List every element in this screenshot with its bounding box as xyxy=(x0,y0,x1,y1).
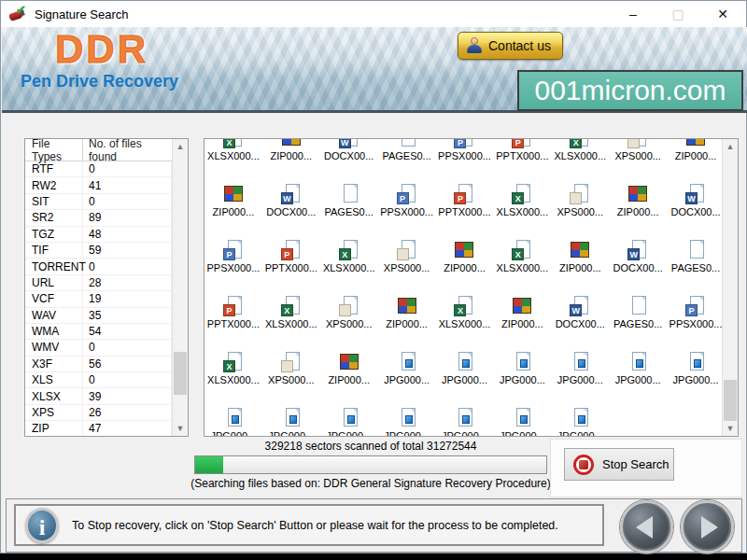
file-item[interactable]: JPG000... xyxy=(378,391,436,436)
scroll-down-icon[interactable]: ▼ xyxy=(173,421,188,436)
table-row[interactable]: RTF0 xyxy=(25,161,172,177)
file-item[interactable]: PPTX000... xyxy=(436,167,494,223)
file-item[interactable]: PAGES0... xyxy=(609,279,667,335)
file-item[interactable]: JPG000... xyxy=(551,335,609,391)
pptx-file-icon xyxy=(453,184,475,204)
back-button[interactable] xyxy=(620,500,673,553)
file-item[interactable]: XLSX000... xyxy=(551,139,609,167)
file-item[interactable]: PPTX000... xyxy=(493,139,551,167)
files-found-cell: 48 xyxy=(83,227,172,242)
file-item[interactable]: XLSX000... xyxy=(493,223,551,279)
scrollbar-thumb[interactable] xyxy=(724,380,737,421)
file-item[interactable]: XPS000... xyxy=(378,223,436,279)
file-item[interactable]: ZIP000... xyxy=(609,167,667,223)
file-item[interactable]: JPG000... xyxy=(378,335,436,391)
scroll-up-icon[interactable]: ▲ xyxy=(173,139,188,154)
file-item[interactable]: ZIP000... xyxy=(320,335,378,391)
file-item[interactable]: PPSX000... xyxy=(667,279,722,335)
file-item[interactable]: XPS000... xyxy=(320,279,378,335)
file-item[interactable]: JPG000... xyxy=(551,391,609,436)
table-row[interactable]: WMV0 xyxy=(25,340,172,356)
file-item[interactable]: JPG000... xyxy=(493,335,551,391)
file-item[interactable]: DOCX00... xyxy=(609,223,667,279)
zip-file-icon xyxy=(222,184,245,204)
file-item[interactable]: XLSX000... xyxy=(493,167,551,223)
pages-file-icon xyxy=(396,139,418,148)
jpg-file-icon xyxy=(684,352,707,372)
table-body: RTF0RW241SIT0SR289TGZ48TIF59TORRENT0URL2… xyxy=(25,161,172,436)
file-item[interactable]: XPS000... xyxy=(262,335,320,391)
file-item[interactable]: ZIP000... xyxy=(262,139,320,167)
stop-icon xyxy=(573,455,594,475)
file-item[interactable]: XLSX000... xyxy=(436,279,494,335)
file-item[interactable]: JPG000... xyxy=(609,335,667,391)
file-item[interactable]: XLSX000... xyxy=(262,279,320,335)
file-type-cell: XLS xyxy=(25,372,83,387)
file-item-label: PPTX000... xyxy=(265,262,317,273)
next-button[interactable] xyxy=(681,500,734,553)
file-item-label: XPS000... xyxy=(268,374,315,385)
file-grid: XLSX000...ZIP000...DOCX00...PAGES0...PPS… xyxy=(204,139,722,436)
table-row[interactable]: XPS26 xyxy=(25,405,172,421)
file-item[interactable]: ZIP000... xyxy=(204,167,262,223)
file-item[interactable]: ZIP000... xyxy=(551,223,609,279)
file-type-cell: X3F xyxy=(25,357,83,371)
file-item[interactable]: JPG000... xyxy=(436,335,494,391)
file-item[interactable]: XPS000... xyxy=(551,167,609,223)
table-row[interactable]: RW241 xyxy=(25,177,172,193)
file-item-label: DOCX00... xyxy=(556,318,605,329)
file-item[interactable]: PPTX000... xyxy=(262,223,320,279)
file-item[interactable]: DOCX00... xyxy=(551,279,609,335)
files-found-cell: 0 xyxy=(83,161,172,176)
file-item[interactable]: JPG000... xyxy=(436,391,494,436)
file-item[interactable]: ZIP000... xyxy=(493,279,551,335)
contact-us-button[interactable]: Contact us xyxy=(458,32,563,60)
table-row[interactable]: WMA54 xyxy=(25,324,172,340)
close-button[interactable]: ✕ xyxy=(712,7,733,21)
file-item[interactable]: JPG000... xyxy=(493,391,551,436)
file-item[interactable]: ZIP000... xyxy=(667,139,722,167)
file-item[interactable]: PAGES0... xyxy=(320,167,378,223)
stop-search-button[interactable]: Stop Search xyxy=(564,448,674,481)
table-row[interactable]: TORRENT0 xyxy=(25,259,172,274)
table-row[interactable]: TGZ48 xyxy=(25,227,172,243)
column-header-files-found[interactable]: No. of files found xyxy=(83,137,172,163)
file-item[interactable]: PAGES0... xyxy=(667,223,722,279)
table-row[interactable]: ZIP47 xyxy=(25,421,172,436)
table-row[interactable]: XLS0 xyxy=(25,372,172,388)
file-item[interactable]: PPSX000... xyxy=(204,223,262,279)
file-item[interactable]: XLSX000... xyxy=(320,223,378,279)
table-row[interactable]: WAV35 xyxy=(25,308,172,324)
file-item[interactable]: DOCX00... xyxy=(262,167,320,223)
file-item[interactable]: PPSX000... xyxy=(378,167,436,223)
scrollbar-thumb[interactable] xyxy=(174,352,187,395)
table-row[interactable]: URL28 xyxy=(25,275,172,291)
table-row[interactable]: XLSX39 xyxy=(25,388,172,404)
column-header-file-types[interactable]: File Types xyxy=(25,139,83,161)
minimize-button[interactable]: – xyxy=(623,7,643,21)
file-item[interactable]: ZIP000... xyxy=(378,279,436,335)
file-item[interactable]: PPTX000... xyxy=(204,279,262,335)
table-row[interactable]: VCF19 xyxy=(25,291,172,307)
scroll-down-icon[interactable]: ▼ xyxy=(723,421,738,436)
table-scrollbar[interactable]: ▲ ▼ xyxy=(172,139,188,436)
file-item[interactable]: XLSX000... xyxy=(204,139,262,167)
file-item[interactable]: DOCX00... xyxy=(667,167,722,223)
file-item[interactable]: PPSX000... xyxy=(436,139,494,167)
file-item[interactable]: PAGES0... xyxy=(378,139,436,167)
file-item[interactable]: XPS000... xyxy=(609,139,667,167)
file-item[interactable]: DOCX00... xyxy=(320,139,378,167)
table-row[interactable]: X3F56 xyxy=(25,357,172,372)
file-item[interactable]: JPG000... xyxy=(320,391,378,436)
table-row[interactable]: SR289 xyxy=(25,210,172,226)
file-item[interactable]: JPG000... xyxy=(204,391,262,436)
file-item[interactable]: JPG000... xyxy=(262,391,320,436)
table-row[interactable]: TIF59 xyxy=(25,243,172,259)
file-item[interactable]: ZIP000... xyxy=(436,223,494,279)
scroll-up-icon[interactable]: ▲ xyxy=(723,139,738,154)
jpg-file-icon xyxy=(569,352,591,372)
grid-scrollbar[interactable]: ▲ ▼ xyxy=(722,139,738,436)
file-item[interactable]: XLSX000... xyxy=(204,335,262,391)
table-row[interactable]: SIT0 xyxy=(25,194,172,210)
file-item[interactable]: JPG000... xyxy=(667,335,722,391)
